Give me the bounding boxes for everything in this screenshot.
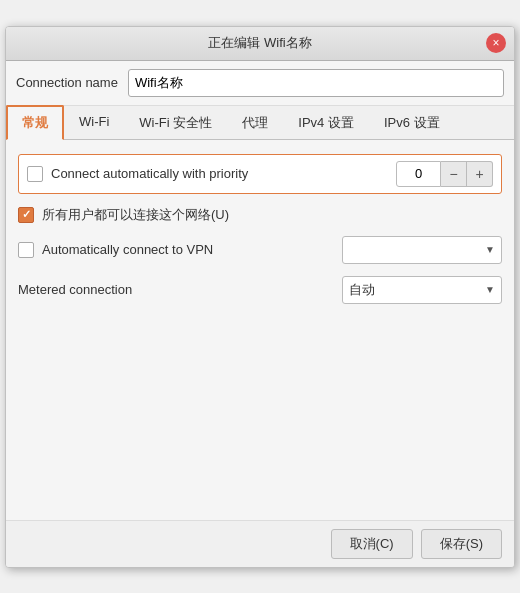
priority-controls: − + xyxy=(396,161,493,187)
tab-wifi[interactable]: Wi-Fi xyxy=(64,106,124,140)
auto-vpn-checkbox[interactable] xyxy=(18,242,34,258)
tab-proxy[interactable]: 代理 xyxy=(227,106,283,140)
connect-auto-priority-row: Connect automatically with priority − + xyxy=(18,154,502,194)
auto-vpn-label: Automatically connect to VPN xyxy=(42,242,334,257)
tab-ipv6[interactable]: IPv6 设置 xyxy=(369,106,455,140)
all-users-checkbox[interactable] xyxy=(18,207,34,223)
connection-name-input[interactable] xyxy=(128,69,504,97)
titlebar: 正在编辑 Wifi名称 × xyxy=(6,27,514,61)
metered-connection-value: 自动 xyxy=(349,281,481,299)
tab-general[interactable]: 常规 xyxy=(6,105,64,140)
tab-wifi-security[interactable]: Wi-Fi 安全性 xyxy=(124,106,227,140)
priority-input[interactable] xyxy=(396,161,441,187)
connect-auto-label: Connect automatically with priority xyxy=(51,166,248,181)
connection-name-label: Connection name xyxy=(16,75,118,90)
all-users-label: 所有用户都可以连接这个网络(U) xyxy=(42,206,229,224)
metered-connection-dropdown[interactable]: 自动 ▼ xyxy=(342,276,502,304)
metered-connection-label: Metered connection xyxy=(18,282,334,297)
tab-content: Connect automatically with priority − + … xyxy=(6,140,514,520)
dialog-footer: 取消(C) 保存(S) xyxy=(6,520,514,567)
auto-vpn-dropdown-arrow: ▼ xyxy=(485,244,495,255)
dialog-window: 正在编辑 Wifi名称 × Connection name 常规 Wi-Fi W… xyxy=(5,26,515,568)
tabs-bar: 常规 Wi-Fi Wi-Fi 安全性 代理 IPv4 设置 IPv6 设置 xyxy=(6,106,514,140)
auto-vpn-dropdown[interactable]: ▼ xyxy=(342,236,502,264)
auto-vpn-row: Automatically connect to VPN ▼ xyxy=(18,236,502,264)
save-button[interactable]: 保存(S) xyxy=(421,529,502,559)
connect-auto-checkbox[interactable] xyxy=(27,166,43,182)
all-users-row: 所有用户都可以连接这个网络(U) xyxy=(18,206,502,224)
connection-name-row: Connection name xyxy=(6,61,514,106)
connect-auto-label-part: Connect automatically with priority xyxy=(27,166,388,182)
priority-increase-button[interactable]: + xyxy=(467,161,493,187)
close-button[interactable]: × xyxy=(486,33,506,53)
metered-connection-row: Metered connection 自动 ▼ xyxy=(18,276,502,304)
dialog-title: 正在编辑 Wifi名称 xyxy=(208,34,311,52)
cancel-button[interactable]: 取消(C) xyxy=(331,529,413,559)
metered-connection-arrow: ▼ xyxy=(485,284,495,295)
priority-decrease-button[interactable]: − xyxy=(441,161,467,187)
tab-ipv4[interactable]: IPv4 设置 xyxy=(283,106,369,140)
